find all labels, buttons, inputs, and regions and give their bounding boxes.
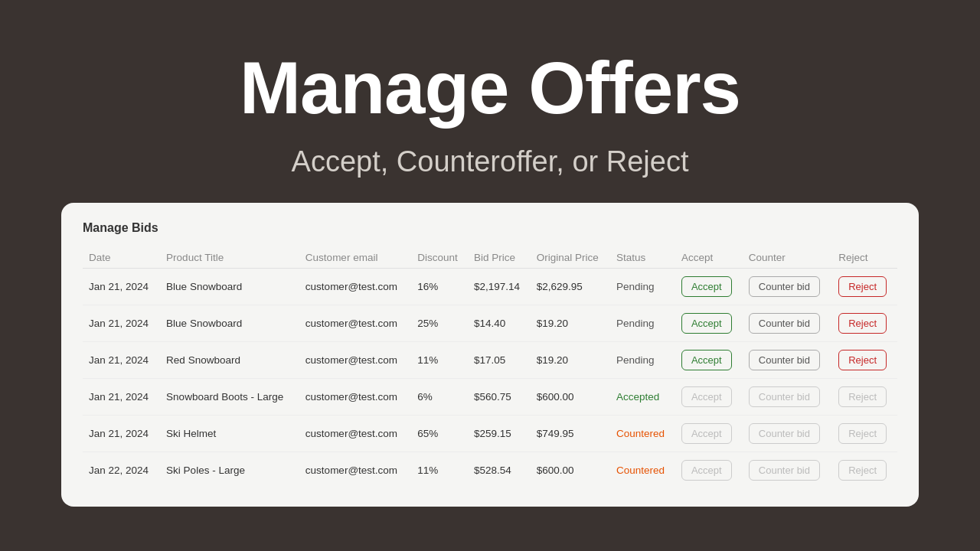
cell-product: Blue Snowboard — [160, 305, 299, 342]
col-email: Customer email — [299, 247, 411, 269]
page-subtitle: Accept, Counteroffer, or Reject — [292, 145, 689, 178]
accept-button[interactable]: Accept — [681, 313, 732, 334]
cell-date: Jan 21, 2024 — [83, 342, 160, 379]
cell-date: Jan 22, 2024 — [83, 452, 160, 489]
counter-bid-button[interactable]: Counter bid — [749, 350, 820, 370]
accept-button[interactable]: Accept — [681, 350, 732, 370]
counter-bid-button: Counter bid — [749, 423, 820, 444]
cell-counter-action[interactable]: Counter bid — [743, 269, 832, 305]
cell-product: Snowboard Boots - Large — [160, 379, 299, 416]
cell-original-price: $19.20 — [531, 305, 610, 342]
table-row: Jan 21, 2024 Ski Helmet customer@test.co… — [83, 416, 897, 452]
reject-button[interactable]: Reject — [838, 313, 887, 334]
accept-button: Accept — [681, 386, 732, 407]
cell-email: customer@test.com — [299, 305, 411, 342]
cell-reject-action[interactable]: Reject — [832, 342, 897, 379]
cell-reject-action: Reject — [832, 452, 897, 489]
cell-email: customer@test.com — [299, 269, 411, 305]
cell-original-price: $600.00 — [531, 452, 610, 489]
cell-bid-price: $259.15 — [468, 416, 531, 452]
cell-counter-action: Counter bid — [743, 379, 832, 416]
cell-status: Pending — [610, 342, 675, 379]
col-counter: Counter — [743, 247, 832, 269]
cell-accept-action[interactable]: Accept — [675, 269, 743, 305]
col-discount: Discount — [411, 247, 468, 269]
cell-product: Ski Poles - Large — [160, 452, 299, 489]
reject-button: Reject — [838, 460, 887, 481]
cell-original-price: $749.95 — [531, 416, 610, 452]
cell-discount: 16% — [411, 269, 468, 305]
col-bid-price: Bid Price — [468, 247, 531, 269]
manage-bids-panel: Manage Bids Date Product Title Customer … — [61, 203, 919, 507]
cell-reject-action[interactable]: Reject — [832, 269, 897, 305]
cell-status: Accepted — [610, 379, 675, 416]
cell-email: customer@test.com — [299, 416, 411, 452]
counter-bid-button[interactable]: Counter bid — [749, 313, 820, 334]
cell-reject-action: Reject — [832, 416, 897, 452]
accept-button: Accept — [681, 460, 732, 481]
cell-product: Ski Helmet — [160, 416, 299, 452]
cell-bid-price: $14.40 — [468, 305, 531, 342]
cell-date: Jan 21, 2024 — [83, 379, 160, 416]
col-reject: Reject — [832, 247, 897, 269]
bids-table: Date Product Title Customer email Discou… — [83, 247, 897, 488]
cell-original-price: $19.20 — [531, 342, 610, 379]
cell-reject-action[interactable]: Reject — [832, 305, 897, 342]
cell-discount: 25% — [411, 305, 468, 342]
cell-counter-action: Counter bid — [743, 416, 832, 452]
cell-counter-action[interactable]: Counter bid — [743, 305, 832, 342]
table-header-row: Date Product Title Customer email Discou… — [83, 247, 897, 269]
table-row: Jan 21, 2024 Blue Snowboard customer@tes… — [83, 269, 897, 305]
table-row: Jan 22, 2024 Ski Poles - Large customer@… — [83, 452, 897, 489]
cell-discount: 11% — [411, 342, 468, 379]
reject-button: Reject — [838, 423, 887, 444]
cell-accept-action: Accept — [675, 416, 743, 452]
cell-email: customer@test.com — [299, 379, 411, 416]
table-row: Jan 21, 2024 Blue Snowboard customer@tes… — [83, 305, 897, 342]
table-row: Jan 21, 2024 Red Snowboard customer@test… — [83, 342, 897, 379]
cell-status: Countered — [610, 416, 675, 452]
cell-date: Jan 21, 2024 — [83, 305, 160, 342]
accept-button[interactable]: Accept — [681, 276, 732, 297]
cell-email: customer@test.com — [299, 342, 411, 379]
reject-button[interactable]: Reject — [838, 350, 887, 370]
page-title: Manage Offers — [240, 46, 740, 130]
cell-bid-price: $17.05 — [468, 342, 531, 379]
panel-title: Manage Bids — [83, 221, 897, 235]
col-accept: Accept — [675, 247, 743, 269]
cell-accept-action: Accept — [675, 452, 743, 489]
col-product: Product Title — [160, 247, 299, 269]
cell-discount: 6% — [411, 379, 468, 416]
cell-discount: 11% — [411, 452, 468, 489]
col-date: Date — [83, 247, 160, 269]
cell-status: Pending — [610, 269, 675, 305]
cell-product: Blue Snowboard — [160, 269, 299, 305]
cell-email: customer@test.com — [299, 452, 411, 489]
cell-status: Pending — [610, 305, 675, 342]
cell-bid-price: $2,197.14 — [468, 269, 531, 305]
col-original-price: Original Price — [531, 247, 610, 269]
cell-reject-action: Reject — [832, 379, 897, 416]
cell-original-price: $600.00 — [531, 379, 610, 416]
cell-status: Countered — [610, 452, 675, 489]
counter-bid-button: Counter bid — [749, 460, 820, 481]
col-status: Status — [610, 247, 675, 269]
cell-discount: 65% — [411, 416, 468, 452]
accept-button: Accept — [681, 423, 732, 444]
cell-bid-price: $528.54 — [468, 452, 531, 489]
cell-bid-price: $560.75 — [468, 379, 531, 416]
cell-product: Red Snowboard — [160, 342, 299, 379]
cell-accept-action[interactable]: Accept — [675, 342, 743, 379]
cell-original-price: $2,629.95 — [531, 269, 610, 305]
cell-accept-action: Accept — [675, 379, 743, 416]
reject-button[interactable]: Reject — [838, 276, 887, 297]
cell-date: Jan 21, 2024 — [83, 269, 160, 305]
cell-counter-action: Counter bid — [743, 452, 832, 489]
reject-button: Reject — [838, 386, 887, 407]
table-row: Jan 21, 2024 Snowboard Boots - Large cus… — [83, 379, 897, 416]
cell-counter-action[interactable]: Counter bid — [743, 342, 832, 379]
counter-bid-button[interactable]: Counter bid — [749, 276, 820, 297]
counter-bid-button: Counter bid — [749, 386, 820, 407]
cell-date: Jan 21, 2024 — [83, 416, 160, 452]
cell-accept-action[interactable]: Accept — [675, 305, 743, 342]
